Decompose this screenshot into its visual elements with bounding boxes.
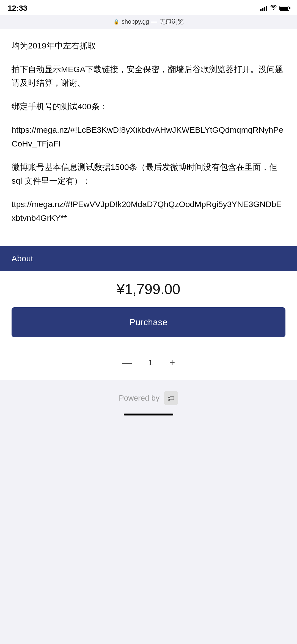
content-card: 均为2019年中左右抓取 拍下自动显示MEGA下载链接，安全保密，翻墙后谷歌浏览… [0, 29, 297, 246]
quantity-value: 1 [145, 358, 156, 367]
status-bar: 12:33 [0, 0, 297, 15]
link-1[interactable]: https://mega.nz/#!LcBE3KwD!8yXikbdvAHwJK… [12, 123, 285, 150]
paragraph-2: 拍下自动显示MEGA下载链接，安全保密，翻墙后谷歌浏览器打开。没问题请及时结算，… [12, 63, 285, 90]
paragraph-3: 绑定手机号的测试400条： [12, 100, 285, 113]
price-section: ¥1,799.00 [0, 271, 297, 307]
paragraph-4: 微博账号基本信息测试数据1500条（最后发微博时间没有包含在里面，但 sql 文… [12, 160, 285, 188]
content-text: 均为2019年中左右抓取 拍下自动显示MEGA下载链接，安全保密，翻墙后谷歌浏览… [12, 39, 285, 225]
price-display: ¥1,799.00 [117, 281, 180, 297]
status-time: 12:33 [8, 4, 28, 13]
browser-separator: — [151, 18, 157, 25]
about-section: About [0, 246, 297, 271]
svg-text:🏷: 🏷 [167, 394, 175, 403]
shoppy-logo-icon: 🏷 [164, 391, 178, 405]
footer-section: Powered by 🏷 [0, 380, 297, 424]
powered-by-text: Powered by [119, 394, 160, 403]
browser-mode: 无痕浏览 [160, 18, 184, 26]
status-icons [260, 5, 289, 12]
link-2[interactable]: ttps://mega.nz/#!PEwVVJpD!k20MdaD7QhQzOo… [12, 197, 285, 225]
paragraph-1: 均为2019年中左右抓取 [12, 39, 285, 53]
battery-icon [279, 6, 289, 11]
wifi-icon [270, 5, 277, 12]
lock-icon: 🔒 [113, 19, 119, 25]
browser-domain: shoppy.gg [122, 18, 149, 25]
quantity-section: — 1 + [0, 348, 297, 380]
quantity-decrement-button[interactable]: — [119, 357, 135, 369]
browser-bar: 🔒 shoppy.gg — 无痕浏览 [0, 15, 297, 29]
purchase-section: Purchase [0, 307, 297, 348]
powered-by-row: Powered by 🏷 [119, 391, 178, 405]
browser-url: 🔒 shoppy.gg — 无痕浏览 [6, 18, 292, 26]
quantity-increment-button[interactable]: + [166, 357, 178, 369]
purchase-button[interactable]: Purchase [12, 307, 285, 337]
home-indicator [124, 414, 173, 415]
signal-bars-icon [260, 6, 267, 11]
about-label: About [12, 254, 33, 263]
